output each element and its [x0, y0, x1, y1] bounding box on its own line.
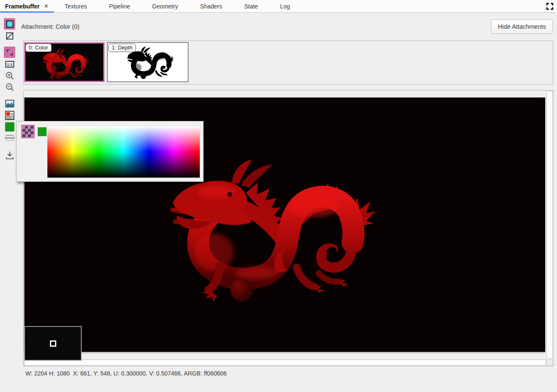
channel-g-label: G — [11, 112, 13, 115]
zoom-out-icon[interactable] — [4, 81, 15, 93]
tab-pipeline[interactable]: Pipeline — [98, 0, 141, 12]
tab-state[interactable]: State — [233, 0, 269, 12]
fullscreen-icon[interactable] — [546, 3, 554, 10]
background-color-swatch[interactable] — [4, 121, 15, 132]
color-thumbnail-dragon — [41, 48, 91, 80]
actual-size-label: 1:1 — [7, 62, 13, 67]
green-color-swatch[interactable] — [38, 127, 47, 136]
scrollbar-corner — [546, 359, 553, 366]
wireframe-icon[interactable] — [4, 30, 15, 41]
transparent-checker-swatch[interactable] — [21, 125, 35, 138]
minimap-overview[interactable] — [24, 326, 82, 361]
attachment-thumb-depth[interactable]: 1: Depth — [107, 42, 188, 82]
attachment-thumb-color[interactable]: 0: Color — [24, 42, 105, 82]
tab-bar: Framebuffer ✕ Textures Pipeline Geometry… — [0, 0, 557, 13]
channel-a-label: A — [11, 116, 13, 119]
tab-shaders[interactable]: Shaders — [189, 0, 233, 12]
channels-rgba-icon[interactable]: G B A — [4, 110, 15, 121]
tab-textures[interactable]: Textures — [54, 0, 98, 12]
close-icon[interactable]: ✕ — [44, 3, 49, 9]
picked-color — [5, 122, 14, 132]
tab-label: Framebuffer — [5, 3, 40, 10]
channel-b-label: B — [7, 116, 9, 119]
attachment-label: Attachment: Color (0) — [21, 23, 80, 30]
fit-window-icon[interactable] — [4, 47, 15, 58]
zoom-in-icon[interactable] — [4, 70, 15, 81]
background-color-picker-popup — [16, 121, 204, 182]
status-bar: W: 2204 H: 1080 X: 661, Y: 548, U: 0.300… — [25, 370, 227, 377]
attachment-badge: 1: Depth — [108, 44, 136, 52]
tab-geometry[interactable]: Geometry — [141, 0, 189, 12]
attachment-badge: 0: Color — [25, 44, 52, 52]
vertical-scrollbar[interactable] — [546, 91, 553, 359]
background-image-icon[interactable] — [4, 98, 15, 109]
hue-gradient-picker[interactable] — [47, 126, 200, 178]
minimap-view-indicator[interactable] — [50, 340, 56, 347]
solid-fill-icon[interactable] — [4, 18, 15, 30]
hide-attachments-button[interactable]: Hide Attachments — [491, 19, 553, 34]
horizontal-scrollbar[interactable] — [24, 359, 546, 366]
actual-size-icon[interactable]: 1:1 — [4, 58, 15, 70]
save-icon[interactable] — [4, 149, 15, 161]
row-select-icon[interactable] — [4, 132, 15, 143]
tab-log[interactable]: Log — [269, 0, 301, 12]
attachments-panel: 0: Color 1: Depth — [23, 41, 553, 85]
tab-framebuffer[interactable]: Framebuffer ✕ — [0, 0, 54, 12]
